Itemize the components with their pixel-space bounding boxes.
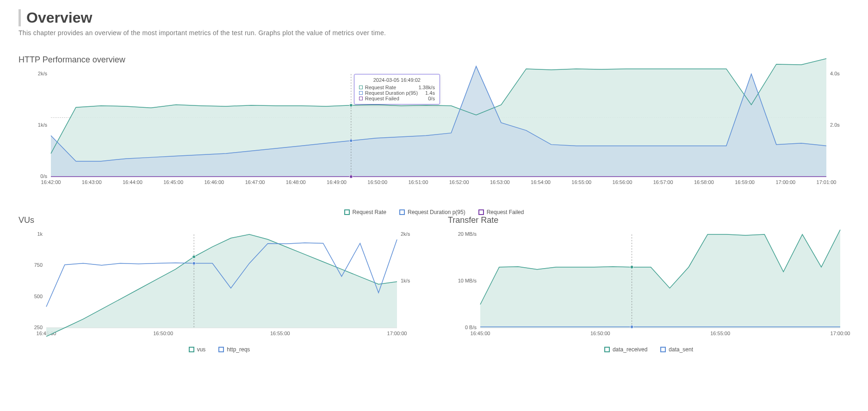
svg-text:16:52:00: 16:52:00	[449, 179, 469, 185]
svg-text:1k/s: 1k/s	[38, 122, 48, 128]
svg-text:16:57:00: 16:57:00	[653, 179, 673, 185]
svg-text:16:44:00: 16:44:00	[123, 179, 143, 185]
svg-text:16:54:00: 16:54:00	[531, 179, 551, 185]
legend-item[interactable]: Request Duration p(95)	[399, 209, 465, 215]
legend-item[interactable]: Request Failed	[478, 209, 524, 215]
svg-text:16:50:00: 16:50:00	[367, 179, 387, 185]
chart-tooltip: 2024-03-05 16:49:02 Request Rate 1.38k/s…	[354, 74, 440, 104]
svg-text:16:50:00: 16:50:00	[590, 331, 610, 336]
section-title-http: HTTP Performance overview	[19, 55, 849, 65]
svg-text:16:50:00: 16:50:00	[153, 331, 173, 336]
page-subtitle: This chapter provides an overview of the…	[19, 29, 849, 37]
svg-point-44	[192, 262, 196, 265]
title-bar: Overview	[19, 9, 849, 26]
svg-text:16:47:00: 16:47:00	[245, 179, 265, 185]
svg-point-43	[192, 255, 196, 258]
svg-text:16:43:00: 16:43:00	[82, 179, 102, 185]
legend-item[interactable]: http_reqs	[218, 346, 250, 353]
svg-text:250: 250	[34, 325, 43, 330]
svg-point-28	[349, 104, 353, 107]
svg-text:16:53:00: 16:53:00	[490, 179, 510, 185]
svg-point-30	[349, 175, 353, 178]
legend-item[interactable]: vus	[189, 346, 206, 353]
svg-text:4.0s: 4.0s	[830, 71, 840, 76]
legend-vus: vus http_reqs	[19, 346, 420, 353]
chart-vus: VUs 2505007501k1k/s2k/s16:45:0016:50:001…	[19, 215, 420, 353]
svg-text:17:01:00: 17:01:00	[817, 179, 837, 185]
svg-point-54	[630, 265, 633, 269]
svg-text:16:55:00: 16:55:00	[710, 331, 730, 336]
svg-point-29	[349, 139, 353, 142]
svg-text:2k/s: 2k/s	[38, 71, 48, 76]
svg-text:16:55:00: 16:55:00	[571, 179, 591, 185]
svg-text:750: 750	[34, 262, 43, 268]
page-title: Overview	[26, 9, 849, 26]
svg-text:16:45:00: 16:45:00	[163, 179, 183, 185]
legend-transfer: data_received data_sent	[448, 346, 849, 353]
svg-text:0 B/s: 0 B/s	[465, 325, 477, 330]
legend-item[interactable]: data_sent	[660, 346, 693, 353]
svg-text:16:58:00: 16:58:00	[694, 179, 714, 185]
tooltip-row: Request Failed 0/s	[359, 96, 435, 101]
svg-text:16:48:00: 16:48:00	[286, 179, 306, 185]
svg-text:1k/s: 1k/s	[401, 278, 410, 283]
svg-text:16:59:00: 16:59:00	[735, 179, 755, 185]
chart-transfer: Transfer Rate 0 B/s10 MB/s20 MB/s16:45:0…	[448, 215, 849, 353]
svg-text:2k/s: 2k/s	[401, 231, 410, 237]
svg-text:17:00:00: 17:00:00	[775, 179, 795, 185]
legend-http: Request Rate Request Duration p(95) Requ…	[19, 209, 849, 215]
legend-item[interactable]: data_received	[604, 346, 647, 353]
svg-text:16:51:00: 16:51:00	[408, 179, 428, 185]
section-title-vus: VUs	[19, 215, 420, 225]
legend-item[interactable]: Request Rate	[344, 209, 386, 215]
svg-text:16:49:00: 16:49:00	[327, 179, 347, 185]
svg-text:10 MB/s: 10 MB/s	[458, 278, 477, 283]
svg-text:16:46:00: 16:46:00	[204, 179, 224, 185]
svg-text:20 MB/s: 20 MB/s	[458, 231, 477, 237]
svg-text:1k: 1k	[37, 231, 43, 237]
chart-transfer-svg[interactable]: 0 B/s10 MB/s20 MB/s16:45:0016:50:0016:55…	[448, 231, 849, 342]
svg-text:2.0s: 2.0s	[830, 122, 840, 128]
chart-vus-svg[interactable]: 2505007501k1k/s2k/s16:45:0016:50:0016:55…	[19, 231, 420, 342]
section-title-transfer: Transfer Rate	[448, 215, 849, 225]
svg-text:16:56:00: 16:56:00	[613, 179, 632, 185]
svg-text:500: 500	[34, 294, 43, 299]
tooltip-row: Request Duration p(95) 1.4s	[359, 90, 435, 96]
svg-text:0/s: 0/s	[40, 173, 47, 179]
tooltip-time: 2024-03-05 16:49:02	[359, 77, 435, 83]
svg-text:16:45:00: 16:45:00	[471, 331, 490, 336]
svg-text:16:42:00: 16:42:00	[41, 179, 61, 185]
svg-point-55	[630, 325, 633, 328]
tooltip-row: Request Rate 1.38k/s	[359, 85, 435, 90]
svg-text:16:55:00: 16:55:00	[270, 331, 290, 336]
chart-http-perf: HTTP Performance overview 0/s1k/s2k/s2.0…	[19, 55, 849, 215]
svg-text:17:00:00: 17:00:00	[387, 331, 407, 336]
svg-text:17:00:00: 17:00:00	[831, 331, 850, 336]
